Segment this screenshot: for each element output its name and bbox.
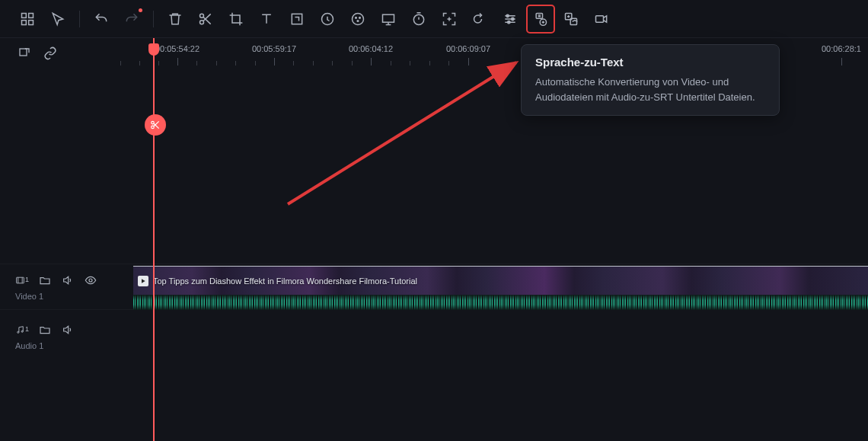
- svg-point-30: [21, 331, 23, 332]
- tooltip-body: Automatische Konvertierung von Video- un…: [535, 75, 765, 104]
- playhead-split-badge[interactable]: [145, 114, 166, 136]
- svg-point-25: [152, 121, 155, 124]
- split-icon[interactable]: [192, 5, 219, 33]
- rotate-icon[interactable]: [466, 5, 493, 33]
- svg-rect-6: [292, 14, 302, 24]
- svg-rect-12: [383, 14, 394, 22]
- translate-icon[interactable]: [557, 5, 585, 33]
- toolbar-divider: [79, 11, 80, 27]
- ruler-controls: [0, 43, 133, 61]
- video-track-label: Video 1: [15, 292, 133, 301]
- adjust-icon[interactable]: [496, 5, 524, 33]
- svg-point-4: [200, 14, 204, 18]
- video-clip-audio-waveform[interactable]: [133, 295, 868, 310]
- video-track-content[interactable]: Top Tipps zum Diashow Effekt in Filmora …: [133, 264, 868, 309]
- mute-icon[interactable]: [61, 273, 75, 287]
- audio-track-badge: 1: [25, 325, 29, 333]
- crop-icon[interactable]: [222, 5, 250, 33]
- svg-point-14: [506, 14, 509, 17]
- audio-track-head: 1 Audio 1: [0, 310, 133, 363]
- speech-to-text-icon[interactable]: [527, 5, 554, 33]
- templates-icon[interactable]: [14, 5, 41, 33]
- ruler-label: 00:05:54:22: [155, 44, 199, 53]
- toolbar-divider: [153, 11, 154, 27]
- svg-rect-27: [17, 277, 24, 283]
- video-track-head: 1 Video 1: [0, 264, 133, 309]
- redo-icon[interactable]: [118, 5, 145, 33]
- tooltip-title: Sprache-zu-Text: [535, 56, 765, 69]
- svg-point-9: [356, 17, 357, 18]
- link-icon[interactable]: [43, 46, 58, 61]
- resize-icon[interactable]: [283, 5, 311, 33]
- timer-icon[interactable]: [405, 5, 432, 33]
- visibility-icon[interactable]: [84, 273, 97, 287]
- speech-to-text-tooltip: Sprache-zu-Text Automatische Konvertieru…: [521, 44, 780, 116]
- audio-track-content[interactable]: [133, 310, 868, 363]
- video-track-badge: 1: [25, 276, 29, 283]
- record-icon[interactable]: [588, 5, 615, 33]
- display-icon[interactable]: [375, 5, 402, 33]
- ruler-label: 00:06:04:12: [349, 44, 393, 53]
- audio-track-label: Audio 1: [15, 341, 133, 350]
- redo-notification-dot: [139, 8, 142, 12]
- speed-icon[interactable]: [314, 5, 341, 33]
- svg-point-29: [18, 331, 19, 333]
- audio-track-icon[interactable]: 1: [15, 323, 29, 337]
- svg-point-26: [152, 126, 155, 129]
- audio-track-row: 1 Audio 1: [0, 309, 868, 363]
- track-area: 1 Video 1 Top Tipps zum Diashow Effek: [0, 81, 868, 441]
- delete-icon[interactable]: [161, 5, 189, 33]
- video-track-row: 1 Video 1 Top Tipps zum Diashow Effek: [0, 264, 868, 309]
- svg-point-28: [89, 279, 92, 282]
- video-clip-title: Top Tipps zum Diashow Effekt in Filmora …: [153, 276, 417, 286]
- undo-icon[interactable]: [88, 5, 115, 33]
- svg-rect-21: [596, 15, 604, 21]
- cursor-icon[interactable]: [44, 5, 72, 33]
- svg-rect-3: [29, 20, 34, 24]
- ruler-label: 00:06:28:1: [822, 44, 861, 53]
- svg-rect-2: [22, 20, 27, 24]
- folder-icon[interactable]: [38, 273, 52, 287]
- text-icon[interactable]: [253, 5, 280, 33]
- color-icon[interactable]: [344, 5, 372, 33]
- folder-icon[interactable]: [38, 323, 52, 337]
- svg-rect-1: [29, 13, 34, 18]
- mute-icon[interactable]: [61, 323, 75, 337]
- svg-point-15: [512, 18, 514, 20]
- toolbar: [0, 0, 868, 38]
- video-clip[interactable]: Top Tipps zum Diashow Effekt in Filmora …: [133, 266, 868, 295]
- clip-play-icon: [138, 276, 148, 286]
- svg-point-11: [357, 20, 359, 21]
- svg-rect-22: [20, 49, 27, 56]
- svg-point-8: [353, 13, 364, 24]
- svg-point-10: [359, 17, 361, 18]
- svg-point-16: [508, 21, 510, 23]
- svg-rect-17: [536, 13, 542, 18]
- add-marker-icon[interactable]: [17, 46, 32, 61]
- ruler-label: 00:05:59:17: [252, 44, 296, 53]
- svg-point-5: [200, 20, 204, 24]
- video-track-icon[interactable]: 1: [15, 273, 29, 287]
- svg-rect-0: [22, 13, 27, 18]
- focus-icon[interactable]: [436, 5, 463, 33]
- ruler-label: 00:06:09:07: [446, 44, 490, 53]
